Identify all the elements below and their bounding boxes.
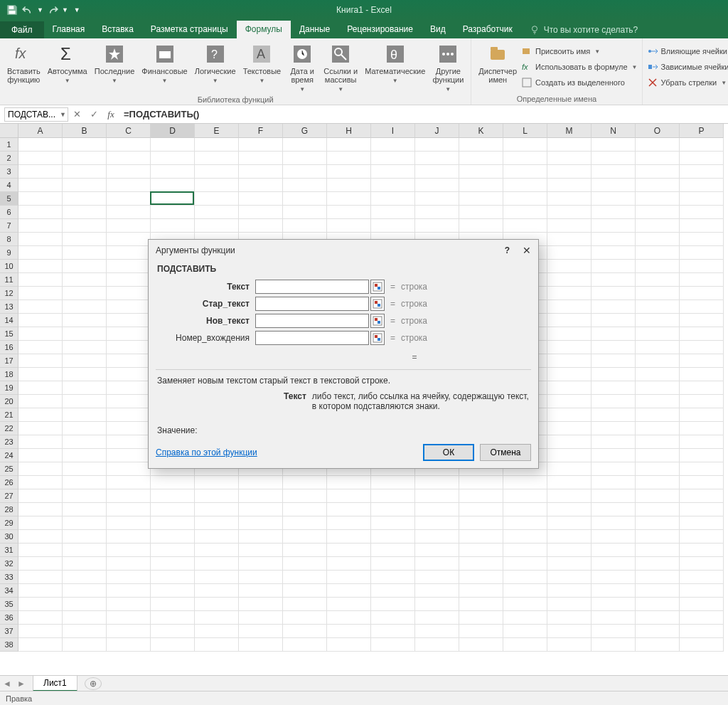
cell[interactable]: [195, 557, 239, 571]
dialog-title-bar[interactable]: Аргументы функции ? ✕: [149, 240, 538, 261]
cell[interactable]: [371, 192, 415, 206]
cell[interactable]: [680, 233, 724, 246]
undo-dropdown-icon[interactable]: ▼: [37, 6, 43, 14]
cell[interactable]: [18, 179, 63, 192]
tab-view[interactable]: Вид: [422, 21, 454, 38]
cell[interactable]: [18, 219, 63, 233]
cell[interactable]: [503, 625, 547, 638]
cell[interactable]: [636, 516, 680, 530]
cell[interactable]: [547, 206, 592, 219]
cell[interactable]: [503, 219, 547, 233]
cell[interactable]: [239, 503, 283, 516]
cell[interactable]: [592, 206, 636, 219]
range-picker-icon[interactable]: [370, 297, 385, 311]
cell[interactable]: [195, 503, 239, 516]
cell[interactable]: [547, 638, 592, 652]
cell[interactable]: [636, 489, 680, 503]
cell[interactable]: [283, 152, 327, 165]
col-header-I[interactable]: I: [371, 124, 415, 138]
cell[interactable]: [636, 314, 680, 327]
cell[interactable]: [503, 530, 547, 544]
enter-formula-icon[interactable]: ✓: [85, 109, 102, 120]
cell[interactable]: [680, 584, 724, 598]
cell[interactable]: [18, 530, 63, 544]
cell[interactable]: [107, 462, 151, 476]
row-header-9[interactable]: 9: [0, 246, 18, 260]
cell[interactable]: [239, 584, 283, 598]
cell[interactable]: [592, 395, 636, 408]
cell[interactable]: [63, 476, 107, 489]
cell[interactable]: [547, 544, 592, 557]
cell[interactable]: [327, 489, 371, 503]
cell[interactable]: [592, 611, 636, 625]
cell[interactable]: [18, 516, 63, 530]
cell[interactable]: [63, 435, 107, 449]
row-header-10[interactable]: 10: [0, 260, 18, 273]
cell[interactable]: [592, 435, 636, 449]
cell[interactable]: [459, 638, 503, 652]
cell[interactable]: [195, 219, 239, 233]
cell[interactable]: [151, 625, 195, 638]
col-header-N[interactable]: N: [592, 124, 636, 138]
cell[interactable]: [107, 219, 151, 233]
cell[interactable]: [195, 476, 239, 489]
cell[interactable]: [547, 476, 592, 489]
cell[interactable]: [283, 165, 327, 179]
math-button[interactable]: θ Математические▼: [362, 41, 428, 95]
cell[interactable]: [636, 219, 680, 233]
cell[interactable]: [680, 489, 724, 503]
cell[interactable]: [503, 503, 547, 516]
cell[interactable]: [371, 219, 415, 233]
cell[interactable]: [18, 138, 63, 152]
cell[interactable]: [18, 368, 63, 381]
cell[interactable]: [195, 598, 239, 611]
col-header-P[interactable]: P: [680, 124, 724, 138]
remove-arrows-button[interactable]: Убрать стрелки ▼: [647, 75, 728, 90]
cell[interactable]: [680, 449, 724, 462]
cell[interactable]: [547, 395, 592, 408]
cell[interactable]: [63, 611, 107, 625]
cell[interactable]: [459, 138, 503, 152]
text-button[interactable]: A Текстовые▼: [240, 41, 284, 95]
cell[interactable]: [151, 476, 195, 489]
row-header-1[interactable]: 1: [0, 138, 18, 152]
cell[interactable]: [680, 611, 724, 625]
cell[interactable]: [459, 571, 503, 584]
cell[interactable]: [107, 138, 151, 152]
cell[interactable]: [283, 557, 327, 571]
cell[interactable]: [636, 449, 680, 462]
cell[interactable]: [371, 503, 415, 516]
row-header-13[interactable]: 13: [0, 300, 18, 314]
cell[interactable]: [151, 598, 195, 611]
cell[interactable]: [18, 287, 63, 300]
cell[interactable]: [195, 638, 239, 652]
row-header-18[interactable]: 18: [0, 368, 18, 381]
cell[interactable]: [680, 152, 724, 165]
cell[interactable]: [18, 625, 63, 638]
cell[interactable]: [195, 138, 239, 152]
cell[interactable]: [680, 462, 724, 476]
cell[interactable]: [107, 354, 151, 368]
cell[interactable]: [18, 435, 63, 449]
cell[interactable]: [415, 489, 459, 503]
cell[interactable]: [680, 246, 724, 260]
cell[interactable]: [63, 544, 107, 557]
cell[interactable]: [107, 300, 151, 314]
cell[interactable]: [107, 260, 151, 273]
cell[interactable]: [18, 449, 63, 462]
financial-button[interactable]: Финансовые▼: [139, 41, 190, 95]
cell[interactable]: [63, 327, 107, 341]
cell[interactable]: [680, 381, 724, 395]
row-header-22[interactable]: 22: [0, 422, 18, 435]
cell[interactable]: [636, 544, 680, 557]
cell[interactable]: [680, 625, 724, 638]
cell[interactable]: [239, 219, 283, 233]
cell[interactable]: [503, 179, 547, 192]
cell[interactable]: [503, 598, 547, 611]
col-header-B[interactable]: B: [63, 124, 107, 138]
cell[interactable]: [327, 544, 371, 557]
cell[interactable]: [636, 300, 680, 314]
range-picker-icon[interactable]: [370, 331, 385, 345]
cell[interactable]: [415, 571, 459, 584]
cell[interactable]: [63, 571, 107, 584]
